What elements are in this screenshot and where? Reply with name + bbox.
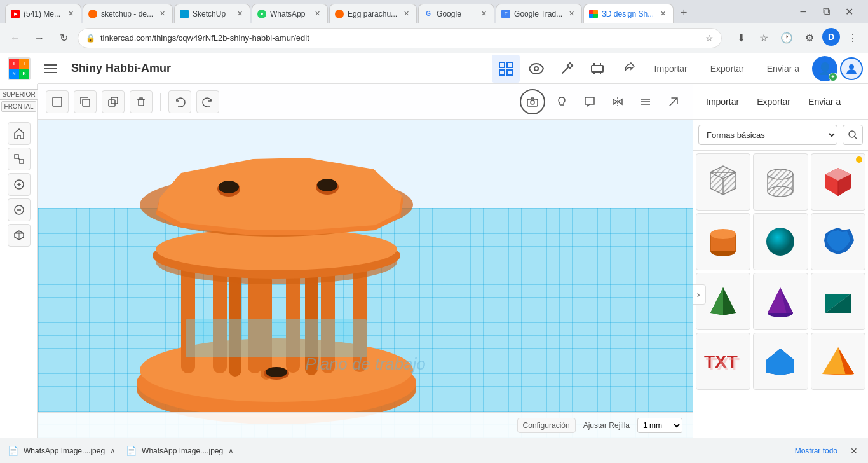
svg-point-69 — [317, 179, 337, 191]
tab-sketchup[interactable]: SketchUp ✕ — [174, 4, 250, 23]
tab-google[interactable]: G Google ✕ — [418, 4, 494, 23]
shape-blob[interactable] — [811, 213, 865, 270]
redo-icon — [202, 96, 214, 107]
configuracion-button[interactable]: Configuración — [517, 418, 576, 433]
tab-egg[interactable]: Egg parachu... ✕ — [329, 4, 417, 23]
shape-cone[interactable] — [753, 273, 808, 330]
restore-button[interactable]: ⧉ — [817, 3, 835, 20]
viewport[interactable]: Plano de trabajo Configuración Ajustar R… — [38, 84, 693, 438]
send-to-button[interactable]: Enviar a — [757, 57, 810, 80]
tab-egg-close[interactable]: ✕ — [401, 9, 411, 19]
forward-button[interactable]: → — [29, 28, 50, 48]
add-user-button[interactable]: 👤 + — [812, 56, 837, 81]
reload-button[interactable]: ↻ — [53, 28, 74, 48]
download-bar: 📄 WhatsApp Image....jpeg ∧ 📄 WhatsApp Im… — [0, 438, 868, 463]
svg-rect-24 — [53, 97, 62, 106]
scroll-left-button[interactable]: › — [693, 284, 706, 305]
shape-category-select[interactable]: Formas básicas — [698, 125, 837, 145]
visibility-button[interactable] — [522, 55, 550, 83]
shape-text3d[interactable]: TXT TXT — [696, 333, 750, 390]
close-window-button[interactable]: ✕ — [840, 3, 858, 20]
address-input[interactable]: 🔒 tinkercad.com/things/cqw49rNfL2b-shiny… — [78, 28, 722, 48]
mirror-button[interactable] — [606, 90, 629, 113]
hamburger-menu-icon[interactable] — [38, 53, 64, 84]
search-shapes-button[interactable] — [843, 125, 863, 145]
close-download-bar-button[interactable]: ✕ — [848, 443, 860, 459]
shape-box-solid[interactable] — [811, 153, 865, 211]
shape-triangle[interactable] — [811, 333, 865, 390]
tab-sketchup-de-close[interactable]: ✕ — [157, 9, 167, 19]
shape-cylinder-hole[interactable] — [753, 153, 808, 211]
back-button[interactable]: ← — [5, 28, 25, 48]
box-solid-icon — [819, 163, 857, 201]
export-button[interactable]: Exportar — [700, 57, 754, 80]
tab-youtube[interactable]: (541) Me... ✕ — [5, 4, 81, 23]
tab-translate-close[interactable]: ✕ — [566, 9, 576, 19]
download-item-2[interactable]: 📄 WhatsApp Image....jpeg ∧ — [126, 446, 234, 456]
shape-prism[interactable] — [753, 333, 808, 390]
panel-import-button[interactable]: Importar — [698, 93, 747, 111]
copy-button[interactable] — [74, 90, 97, 113]
shape-row-4: TXT TXT — [696, 333, 865, 390]
zoom-out-button[interactable] — [8, 198, 31, 221]
3d-model-svg[interactable] — [89, 116, 470, 438]
download-item-1[interactable]: 📄 WhatsApp Image....jpeg ∧ — [8, 446, 116, 456]
view-cube-button[interactable] — [8, 224, 31, 247]
comment-button[interactable] — [578, 90, 601, 113]
download-expand-1[interactable]: ∧ — [110, 446, 116, 455]
view-frontal[interactable]: FRONTAL — [1, 101, 37, 112]
tinkercad-favicon — [589, 10, 598, 18]
address-text: tinkercad.com/things/cqw49rNfL2b-shiny-h… — [100, 33, 700, 43]
tab-tinkercad[interactable]: 3D design Sh... ✕ — [583, 4, 674, 23]
shape-cylinder[interactable] — [696, 213, 750, 270]
cylinder-hole-icon — [761, 163, 799, 201]
tab-google-close[interactable]: ✕ — [478, 9, 489, 19]
show-all-button[interactable]: Mostrar todo — [795, 446, 837, 455]
panel-send-button[interactable]: Enviar a — [801, 93, 848, 111]
shape-wedge[interactable] — [811, 273, 865, 330]
undo-button[interactable] — [168, 90, 191, 113]
more-tools-button[interactable] — [662, 90, 685, 113]
new-tab-button[interactable]: + — [675, 4, 693, 22]
camera-button[interactable] — [520, 89, 545, 114]
downloads-icon[interactable]: ⬇ — [731, 28, 751, 48]
tab-whatsapp[interactable]: ● WhatsApp ✕ — [252, 4, 328, 23]
share-button[interactable] — [614, 55, 642, 83]
new-shape-button[interactable] — [46, 90, 69, 113]
triangle-icon — [819, 342, 857, 380]
zoom-fit-button[interactable] — [8, 148, 31, 170]
tab-sketchup-de[interactable]: sketchup - de... ✕ — [83, 4, 173, 23]
tab-tinkercad-close[interactable]: ✕ — [658, 9, 668, 19]
align-button[interactable] — [634, 90, 657, 113]
bookmarks-icon[interactable]: ☆ — [754, 28, 774, 48]
panel-export-button[interactable]: Exportar — [749, 93, 798, 111]
user-avatar[interactable] — [840, 57, 863, 80]
tab-translate-label: Google Trad... — [514, 10, 562, 18]
minimize-button[interactable]: – — [794, 3, 812, 20]
home-view-button[interactable] — [8, 122, 31, 145]
history-icon[interactable]: 🕐 — [776, 28, 797, 48]
import-button[interactable]: Importar — [644, 57, 698, 80]
tinkercad-logo[interactable]: T I N K — [0, 53, 38, 84]
download-expand-2[interactable]: ∧ — [228, 446, 234, 455]
lightbulb-button[interactable] — [550, 90, 573, 113]
extensions-icon[interactable]: ⚙ — [799, 28, 820, 48]
simulate-button[interactable] — [583, 55, 611, 83]
grid-view-button[interactable] — [492, 55, 520, 83]
tab-translate[interactable]: T Google Trad... ✕ — [496, 4, 582, 23]
tab-sketchup-close[interactable]: ✕ — [234, 9, 245, 19]
tab-youtube-close[interactable]: ✕ — [65, 9, 76, 19]
redo-button[interactable] — [196, 90, 219, 113]
profile-button[interactable]: D — [822, 28, 840, 46]
build-button[interactable] — [553, 55, 581, 83]
duplicate-button[interactable] — [102, 90, 125, 113]
view-superior[interactable]: SUPERIOR — [0, 89, 39, 100]
zoom-in-button[interactable] — [8, 173, 31, 196]
delete-button[interactable] — [130, 90, 153, 113]
grid-select[interactable]: 0.1 mm 0.5 mm 1 mm 2 mm 5 mm 10 mm — [637, 418, 682, 433]
tab-whatsapp-close[interactable]: ✕ — [312, 9, 322, 19]
shape-sphere[interactable] — [753, 213, 808, 270]
bookmark-icon[interactable]: ☆ — [705, 33, 714, 43]
shape-box-hole[interactable] — [696, 153, 750, 211]
menu-icon[interactable]: ⋮ — [843, 28, 863, 48]
